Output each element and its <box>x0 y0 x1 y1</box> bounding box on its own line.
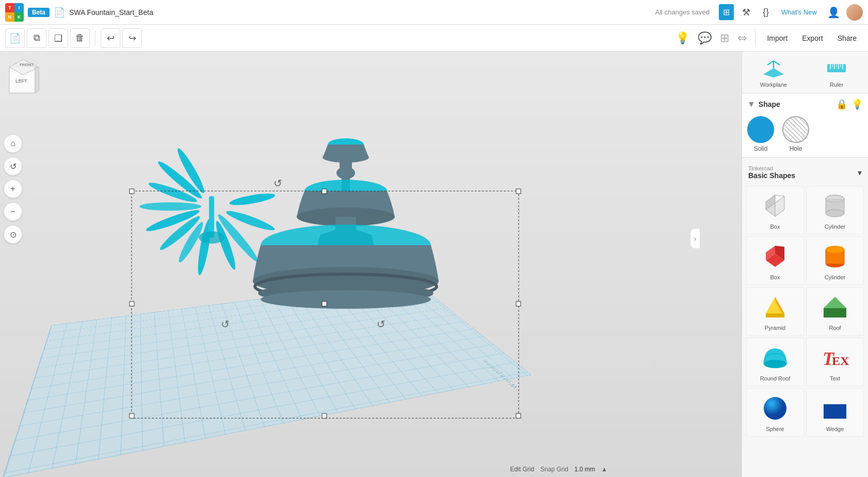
ruler-tool[interactable]: Ruler <box>805 52 868 93</box>
svg-point-8 <box>139 202 201 211</box>
svg-marker-78 <box>766 313 784 317</box>
workplane-tool[interactable]: Workplane <box>742 52 805 93</box>
shape-panel-title: Shape <box>759 100 780 108</box>
shape-item-roof[interactable]: Roof <box>806 287 864 336</box>
redo-button[interactable]: ↪ <box>122 28 142 48</box>
mirror-button[interactable]: ⇔ <box>734 29 750 47</box>
grid-view-button[interactable]: ⊞ <box>719 4 734 20</box>
hole-label: Hole <box>790 145 802 152</box>
shapes-library: Tinkercad Basic Shapes ▾ <box>742 158 868 477</box>
svg-rect-33 <box>130 189 134 194</box>
toolbar: 📄 ⧉ ❑ 🗑 ↩ ↪ 💡 💬 ⊞ ⇔ Import Export Share <box>0 25 868 52</box>
light-button[interactable]: 💡 <box>672 29 693 47</box>
delete-button[interactable]: 🗑 <box>70 28 90 48</box>
zoom-in-button[interactable]: + <box>4 180 22 198</box>
logo-k: K <box>14 12 24 22</box>
svg-point-85 <box>764 397 786 420</box>
shape-label-wedge: Wedge <box>826 426 844 432</box>
top-navigation: T I N K Beta 📄 SWA Fountain_Start_Beta A… <box>0 0 868 25</box>
logo-i: I <box>14 3 24 12</box>
orbit-button[interactable]: ↺ <box>4 157 22 176</box>
shape-thumb-wedge <box>819 393 850 424</box>
right-panel: Workplane Ruler <box>742 52 868 477</box>
svg-point-13 <box>213 219 238 271</box>
beta-badge: Beta <box>28 8 50 17</box>
hole-option[interactable]: Hole <box>782 116 809 152</box>
panel-collapse-handle[interactable]: › <box>690 228 700 249</box>
shape-item-box-red[interactable]: Box <box>746 236 804 285</box>
save-status: All changes saved <box>655 8 710 16</box>
svg-text:↺: ↺ <box>274 178 282 189</box>
view-cube[interactable]: LEFT FRONT <box>5 57 44 98</box>
fit-view-button[interactable]: ⊙ <box>4 225 22 244</box>
shape-item-pyramid[interactable]: Pyramid <box>746 287 804 336</box>
export-button[interactable]: Export <box>796 31 829 45</box>
share-button[interactable]: Share <box>831 31 863 45</box>
shape-label-box-wire: Box <box>770 224 780 230</box>
svg-point-64 <box>826 210 844 217</box>
svg-point-9 <box>144 207 201 234</box>
shape-thumb-cylinder-wire <box>819 190 850 221</box>
svg-point-24 <box>304 180 387 202</box>
tools-button[interactable]: ⚒ <box>738 5 754 20</box>
edit-grid-button[interactable]: Edit Grid <box>510 466 534 473</box>
logo-t: T <box>5 3 14 12</box>
shape-label-cylinder-wire: Cylinder <box>825 224 845 230</box>
svg-text:EXT: EXT <box>832 354 849 368</box>
home-view-button[interactable]: ⌂ <box>4 134 22 153</box>
lock-icon[interactable]: 🔒 <box>836 99 847 110</box>
new-button[interactable]: 📄 <box>5 28 25 48</box>
toolbar-separator-2 <box>755 30 756 46</box>
shape-header-icons: 🔒 💡 <box>836 99 863 110</box>
tinkercad-logo[interactable]: T I N K <box>5 3 24 22</box>
svg-marker-88 <box>824 404 846 419</box>
snap-grid-value[interactable]: 1.0 mm <box>574 466 595 473</box>
shape-item-cylinder-wire[interactable]: Cylinder <box>806 186 864 234</box>
svg-marker-81 <box>824 308 846 317</box>
shape-label-cylinder-orange: Cylinder <box>825 274 845 280</box>
import-button[interactable]: Import <box>761 31 794 45</box>
shape-header: ▼ Shape 🔒 💡 <box>747 99 863 110</box>
viewport[interactable]: ⌂ ↺ + − ⊙ LEFT FRONT Workplane <box>0 52 742 477</box>
light-shape-icon[interactable]: 💡 <box>851 99 863 110</box>
zoom-out-button[interactable]: − <box>4 202 22 221</box>
comment-button[interactable]: 💬 <box>695 29 715 47</box>
svg-point-10 <box>157 213 202 253</box>
svg-rect-36 <box>516 414 521 418</box>
shape-item-box-wire[interactable]: Box <box>746 186 804 234</box>
shape-collapse-arrow[interactable]: ▼ <box>747 100 756 109</box>
shape-item-text[interactable]: T EXT Text <box>806 338 864 386</box>
copy-button[interactable]: ⧉ <box>27 28 46 48</box>
snap-grid-arrow[interactable]: ▲ <box>601 466 607 473</box>
shape-thumb-cylinder-orange <box>819 241 850 272</box>
shape-label-sphere: Sphere <box>766 426 784 432</box>
toolbar-separator <box>95 30 95 46</box>
svg-rect-23 <box>342 176 350 191</box>
file-name[interactable]: SWA Fountain_Start_Beta <box>69 8 153 17</box>
grid-snap-button[interactable]: ⊞ <box>717 29 732 47</box>
shape-thumb-roof <box>819 292 850 323</box>
duplicate-button[interactable]: ❑ <box>49 28 68 48</box>
svg-text:LEFT: LEFT <box>15 78 27 84</box>
undo-button[interactable]: ↩ <box>101 28 120 48</box>
solid-option[interactable]: Solid <box>747 116 774 152</box>
code-button[interactable]: {} <box>759 5 773 20</box>
user-avatar[interactable] <box>846 4 863 21</box>
shape-item-round-roof[interactable]: Round Roof <box>746 338 804 386</box>
shape-panel: ▼ Shape 🔒 💡 Solid Hole <box>742 93 868 158</box>
user-button[interactable]: 👤 <box>825 4 842 21</box>
shape-item-cylinder-orange[interactable]: Cylinder <box>806 236 864 285</box>
shape-options: Solid Hole <box>747 116 863 152</box>
svg-text:FRONT: FRONT <box>20 62 34 67</box>
shape-item-sphere[interactable]: Sphere <box>746 388 804 437</box>
shape-thumb-pyramid <box>760 292 791 323</box>
svg-line-61 <box>775 195 784 196</box>
shapes-dropdown-button[interactable]: ▾ <box>858 168 862 178</box>
svg-marker-80 <box>824 297 846 308</box>
svg-point-15 <box>224 208 276 233</box>
whats-new-button[interactable]: What's New <box>777 6 821 18</box>
svg-rect-39 <box>130 301 134 306</box>
shape-item-wedge[interactable]: Wedge <box>806 388 864 437</box>
svg-line-48 <box>767 61 774 65</box>
svg-point-11 <box>176 220 206 264</box>
